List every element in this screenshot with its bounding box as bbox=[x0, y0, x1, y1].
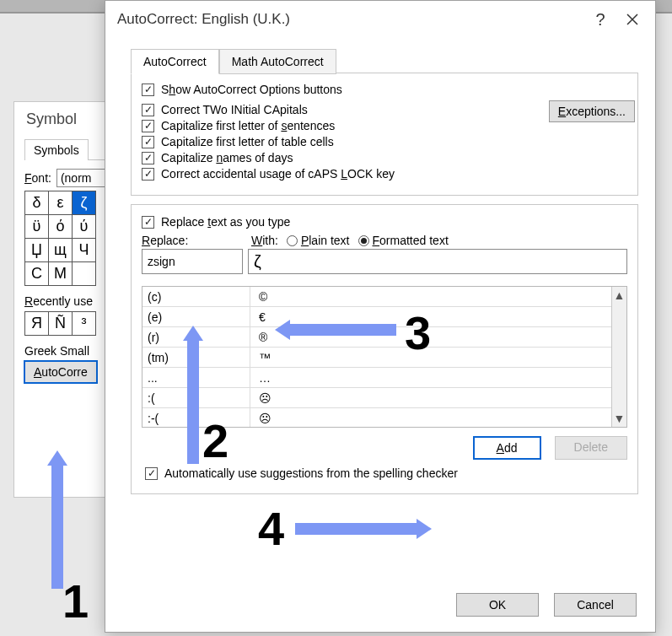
opt-sent-label: Capitalize first letter of sentences bbox=[161, 119, 335, 132]
cancel-button[interactable]: Cancel bbox=[554, 593, 637, 617]
annotation-arrow-1 bbox=[51, 462, 63, 589]
opt-two-label: Correct TWo INitial CApitals bbox=[161, 103, 308, 116]
titlebar: AutoCorrect: English (U.K.) ? bbox=[105, 1, 655, 38]
auto-sugg-label: Automatically use suggestions from the s… bbox=[164, 466, 458, 480]
checkbox-auto-suggestions[interactable] bbox=[145, 467, 158, 480]
help-button[interactable]: ? bbox=[584, 7, 616, 32]
grid-cell[interactable]: С bbox=[25, 262, 49, 286]
replacements-list[interactable]: (c)© (e)€ (r)® (tm)™ ...… :(☹ :-(☹ ▲ ▼ bbox=[142, 286, 627, 428]
radio-fmt-label: Formatted text bbox=[373, 234, 449, 247]
grid-cell[interactable]: ε bbox=[49, 191, 73, 215]
radio-plain-text[interactable] bbox=[287, 235, 298, 246]
exceptions-button[interactable]: Exceptions... bbox=[549, 100, 635, 122]
grid-cell[interactable]: ϋ bbox=[25, 215, 49, 239]
autocorrect-tabs: AutoCorrect Math AutoCorrect bbox=[131, 48, 638, 73]
list-item: (tm)™ bbox=[142, 348, 611, 368]
tab-symbols[interactable]: Symbols bbox=[24, 139, 89, 160]
annotation-arrow-3 bbox=[287, 324, 396, 336]
autocorrect-button[interactable]: AutoCorre bbox=[24, 361, 97, 383]
font-select[interactable] bbox=[56, 169, 107, 187]
grid-cell[interactable]: δ bbox=[25, 191, 49, 215]
grid-cell-selected[interactable]: ζ bbox=[73, 191, 96, 215]
replace-input[interactable] bbox=[142, 249, 243, 274]
checkbox-show-options[interactable] bbox=[142, 84, 154, 96]
annotation-number-2: 2 bbox=[202, 413, 228, 468]
opt-days-label: Capitalize names of days bbox=[161, 151, 293, 164]
font-label: Font: bbox=[24, 171, 51, 185]
scroll-down-icon[interactable]: ▼ bbox=[614, 412, 626, 425]
checkbox-replace-as-type[interactable] bbox=[142, 216, 154, 229]
dialog-title: AutoCorrect: English (U.K.) bbox=[117, 11, 584, 28]
dialog-footer: OK Cancel bbox=[105, 579, 655, 632]
opt-cells-label: Capitalize first letter of table cells bbox=[161, 135, 334, 148]
grid-cell[interactable]: ό bbox=[49, 215, 73, 239]
recent-grid[interactable]: ЯÑ³ bbox=[24, 311, 96, 336]
scroll-up-icon[interactable]: ▲ bbox=[614, 288, 626, 302]
replace-as-type-label: Replace text as you type bbox=[161, 215, 290, 229]
opt-caps-label: Correct accidental usage of cAPS LOCK ke… bbox=[161, 167, 395, 181]
replace-label: Replace: bbox=[142, 234, 251, 247]
checkbox-capslock[interactable] bbox=[142, 168, 154, 181]
annotation-number-3: 3 bbox=[405, 305, 431, 360]
checkbox-first-cell[interactable] bbox=[142, 136, 154, 148]
radio-formatted-text[interactable] bbox=[358, 235, 369, 246]
annotation-number-1: 1 bbox=[62, 574, 89, 628]
annotation-number-4: 4 bbox=[258, 501, 284, 556]
grid-cell[interactable]: ³ bbox=[73, 312, 96, 336]
close-icon bbox=[626, 13, 638, 25]
grid-cell[interactable]: М bbox=[49, 262, 73, 286]
annotation-arrow-2 bbox=[187, 337, 199, 464]
grid-cell[interactable]: Я bbox=[25, 312, 49, 336]
annotation-arrow-4 bbox=[295, 523, 420, 535]
grid-cell[interactable]: Ч bbox=[73, 239, 96, 262]
list-item: ...… bbox=[142, 368, 611, 388]
list-scrollbar[interactable]: ▲ ▼ bbox=[611, 287, 626, 427]
with-label: With: bbox=[251, 234, 278, 247]
list-item: :(☹ bbox=[142, 388, 611, 408]
grid-cell[interactable]: Џ bbox=[25, 239, 49, 262]
grid-cell[interactable]: ύ bbox=[73, 215, 96, 239]
checkbox-two-initial[interactable] bbox=[142, 104, 154, 116]
grid-cell[interactable]: Ñ bbox=[49, 312, 73, 336]
tab-autocorrect[interactable]: AutoCorrect bbox=[131, 49, 219, 74]
list-item: (c)© bbox=[142, 287, 611, 307]
close-button[interactable] bbox=[616, 7, 648, 32]
ok-button[interactable]: OK bbox=[456, 593, 539, 617]
grid-cell[interactable]: щ bbox=[49, 239, 73, 262]
checkbox-first-sentence[interactable] bbox=[142, 120, 154, 132]
autocorrect-dialog: AutoCorrect: English (U.K.) ? AutoCorrec… bbox=[105, 0, 656, 633]
opt-show-label: Show AutoCorrect Options buttons bbox=[161, 83, 342, 96]
radio-plain-label: Plain text bbox=[301, 234, 350, 247]
options-panel: Show AutoCorrect Options buttons Correct… bbox=[131, 73, 638, 196]
symbol-grid[interactable]: δεζ ϋόύ ЏщЧ СМ bbox=[24, 191, 96, 286]
add-button[interactable]: Add bbox=[473, 436, 541, 460]
delete-button: Delete bbox=[555, 436, 627, 460]
tab-math-autocorrect[interactable]: Math AutoCorrect bbox=[219, 49, 336, 74]
with-input[interactable] bbox=[248, 249, 627, 274]
grid-cell[interactable] bbox=[73, 262, 96, 286]
checkbox-days[interactable] bbox=[142, 152, 154, 164]
